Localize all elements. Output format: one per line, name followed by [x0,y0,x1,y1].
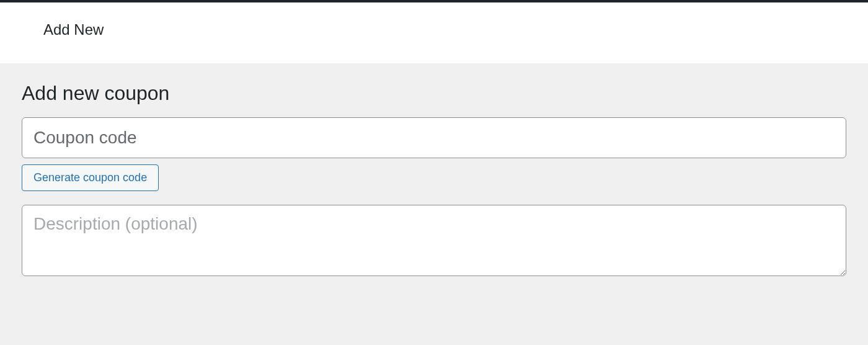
header-section: Add New [0,2,868,63]
content-area: Add new coupon Generate coupon code [0,63,868,295]
coupon-code-input[interactable] [22,117,846,158]
generate-coupon-code-button[interactable]: Generate coupon code [22,164,159,191]
header-title: Add New [43,21,825,38]
page-title: Add new coupon [22,82,846,105]
description-textarea[interactable] [22,205,846,276]
